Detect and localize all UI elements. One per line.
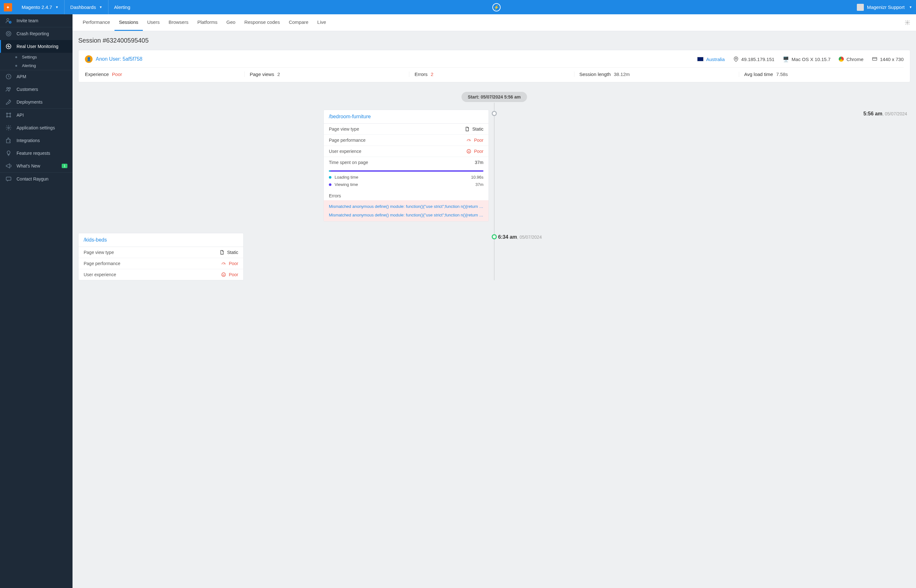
legend-label: Loading time	[335, 175, 358, 179]
sidebar-item-integrations[interactable]: Integrations	[0, 134, 73, 147]
sidebar-item-crash-reporting[interactable]: Crash Reporting	[0, 27, 73, 40]
tab-response-codes[interactable]: Response codes	[240, 14, 284, 31]
event-date: 05/07/2024	[885, 111, 907, 116]
event-date: 05/07/2024	[519, 234, 542, 240]
page-url-link[interactable]: /bedroom-furniture	[329, 114, 371, 119]
os-value: Mac OS X 10.15.7	[791, 57, 831, 62]
kv-value: Poor	[221, 261, 238, 266]
chevron-down-icon[interactable]: ▼	[909, 5, 912, 9]
sidebar-item-rum-alerting[interactable]: Alerting	[0, 61, 73, 70]
tab-live[interactable]: Live	[313, 14, 331, 31]
ip-value: 49.185.179.151	[741, 57, 774, 62]
svg-point-20	[222, 273, 225, 276]
anon-user-link[interactable]: 👤 Anon User: 5af5f758	[85, 55, 142, 63]
kv-label: Page view type	[329, 126, 359, 132]
sidebar-label: Alerting	[22, 63, 36, 68]
sidebar-item-app-settings[interactable]: Application settings	[0, 121, 73, 134]
user-avatar[interactable]	[857, 4, 864, 11]
flag-icon	[697, 57, 704, 61]
sidebar-item-api[interactable]: API	[0, 109, 73, 121]
stat-errors: Errors 2	[409, 71, 574, 77]
meta-viewport: 1440 x 730	[872, 56, 904, 62]
alerting-label: Alerting	[114, 5, 130, 10]
kv-label: Page view type	[84, 250, 114, 255]
chat-icon	[5, 176, 12, 182]
anon-user-icon: 👤	[85, 55, 92, 63]
user-name[interactable]: Magenizr Support	[867, 5, 905, 10]
country-value[interactable]: Australia	[706, 57, 725, 62]
tab-compare[interactable]: Compare	[284, 14, 313, 31]
sidebar-item-deployments[interactable]: Deployments	[0, 96, 73, 108]
viewport-icon	[872, 56, 877, 62]
sidebar-item-contact[interactable]: Contact Raygun	[0, 173, 73, 185]
kv-label: Time spent on page	[329, 160, 368, 165]
bullet-icon	[15, 56, 17, 58]
svg-point-0	[6, 18, 9, 21]
top-header: ✦ Magento 2.4.7 ▼ Dashboards ▼ Alerting …	[0, 0, 916, 14]
sidebar-item-apm[interactable]: APM	[0, 70, 73, 83]
sidebar-label: Real User Monitoring	[16, 44, 58, 49]
sad-face-icon	[466, 149, 471, 154]
document-icon	[220, 250, 225, 255]
header-center: ⚡	[136, 3, 856, 11]
sidebar-label: Invite team	[16, 18, 38, 23]
gear-icon[interactable]	[905, 20, 910, 26]
alerting-menu[interactable]: Alerting	[108, 0, 136, 14]
kv-value: 37m	[475, 160, 484, 165]
svg-point-8	[6, 113, 7, 114]
kv-label: User experience	[329, 149, 361, 154]
dot-icon	[329, 176, 332, 179]
pageview-card: /kids-beds Page view type Static Page pe…	[78, 233, 244, 280]
page-url-link[interactable]: /kids-beds	[84, 237, 107, 242]
error-link[interactable]: Mismatched anonymous define() module: fu…	[324, 202, 489, 211]
gauge-icon	[221, 261, 226, 266]
error-link[interactable]: Mismatched anonymous define() module: fu…	[324, 211, 489, 219]
sidebar-item-whats-new[interactable]: What's New 1	[0, 160, 73, 172]
crash-icon	[5, 31, 12, 37]
sidebar-item-rum[interactable]: Real User Monitoring	[0, 40, 73, 53]
tab-browsers[interactable]: Browsers	[164, 14, 193, 31]
stat-session-length: Session length 38.12m	[574, 71, 739, 77]
stat-avg-load: Avg load time 7.58s	[739, 71, 904, 77]
app-selector[interactable]: Magento 2.4.7 ▼	[16, 0, 65, 14]
sad-face-icon	[221, 272, 226, 277]
meta-ip: 49.185.179.151	[733, 56, 774, 62]
svg-point-15	[735, 58, 736, 60]
timeline-marker-icon	[492, 234, 497, 239]
tab-geo[interactable]: Geo	[222, 14, 240, 31]
tab-users[interactable]: Users	[143, 14, 164, 31]
document-icon	[464, 126, 470, 132]
sidebar-item-rum-settings[interactable]: Settings	[0, 53, 73, 61]
kv-label: Page performance	[84, 261, 120, 266]
kv-value: Static	[464, 126, 484, 132]
legend-value: 37m	[476, 182, 484, 187]
app-logo-icon[interactable]: ✦	[4, 3, 12, 11]
bulb-icon	[5, 150, 12, 157]
header-right: Magenizr Support ▼	[857, 4, 916, 11]
chevron-down-icon: ▼	[55, 5, 58, 9]
browser-icon	[839, 57, 844, 61]
sidebar-label: Crash Reporting	[16, 31, 49, 36]
svg-point-7	[9, 87, 10, 89]
anon-user-name[interactable]: Anon User: 5af5f758	[96, 56, 142, 62]
os-icon: 🖥️	[783, 56, 789, 62]
sidebar-item-invite[interactable]: Invite team	[0, 14, 73, 27]
sidebar-item-customers[interactable]: Customers	[0, 83, 73, 96]
viewport-value: 1440 x 730	[880, 57, 904, 62]
meta-country[interactable]: Australia	[697, 57, 725, 62]
sidebar-label: APM	[16, 74, 26, 79]
bolt-icon[interactable]: ⚡	[492, 3, 501, 11]
tab-performance[interactable]: Performance	[78, 14, 115, 31]
tab-platforms[interactable]: Platforms	[193, 14, 222, 31]
sidebar-item-feature-requests[interactable]: Feature requests	[0, 147, 73, 160]
sidebar-label: Contact Raygun	[16, 176, 49, 181]
dot-icon	[329, 183, 332, 186]
svg-point-12	[8, 127, 10, 129]
kv-label: User experience	[84, 272, 116, 277]
error-list: Mismatched anonymous define() module: fu…	[324, 200, 489, 221]
tab-sessions[interactable]: Sessions	[115, 14, 143, 31]
svg-point-14	[907, 22, 908, 24]
tabs-bar: Performance Sessions Users Browsers Plat…	[73, 14, 916, 31]
dashboards-menu[interactable]: Dashboards ▼	[65, 0, 108, 14]
session-summary-card: 👤 Anon User: 5af5f758 Australia 49.185.1…	[78, 50, 910, 82]
